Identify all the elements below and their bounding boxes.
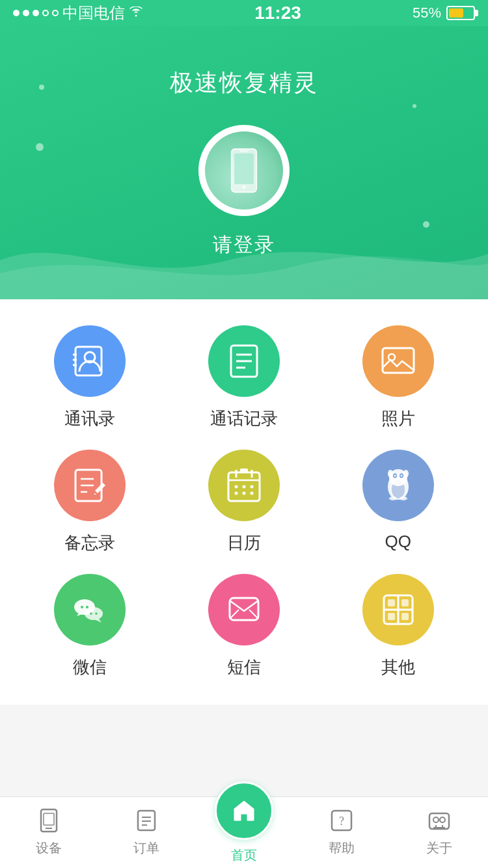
svg-line-49 xyxy=(249,610,258,619)
notes-svg xyxy=(70,466,109,505)
wechat-svg xyxy=(70,590,109,629)
tab-item-orders[interactable]: 订单 xyxy=(98,808,195,857)
bottom-spacer xyxy=(0,705,488,744)
svg-rect-13 xyxy=(383,348,414,373)
tab-item-about[interactable]: 关于 xyxy=(390,808,488,857)
svg-point-46 xyxy=(96,612,98,615)
grid-item-other[interactable]: 其他 xyxy=(327,574,468,679)
time-display: 11:23 xyxy=(254,3,301,23)
battery-fill xyxy=(449,8,463,18)
notes-icon xyxy=(54,450,126,521)
svg-point-67 xyxy=(433,817,439,822)
features-grid: 通讯录 通话记录 照片 xyxy=(20,325,468,679)
svg-point-26 xyxy=(234,492,237,495)
battery-icon xyxy=(446,6,475,20)
home-tab-label: 首页 xyxy=(231,847,257,864)
svg-text:?: ? xyxy=(339,815,344,828)
device-tab-label: 设备 xyxy=(36,839,62,857)
svg-point-39 xyxy=(389,496,397,500)
calls-label: 通话记录 xyxy=(210,407,278,430)
tab-bar: 设备 订单 首页 ? 帮助 xyxy=(0,796,488,868)
contacts-label: 通讯录 xyxy=(64,407,115,430)
grid-item-calls[interactable]: 通话记录 xyxy=(174,325,315,430)
grid-item-photos[interactable]: 照片 xyxy=(327,325,468,430)
grid-item-calendar[interactable]: 日历 xyxy=(174,450,315,554)
svg-rect-53 xyxy=(388,599,395,606)
help-tab-icon: ? xyxy=(329,808,354,835)
login-prompt[interactable]: 请登录 xyxy=(213,232,275,258)
hero-section: 极速恢复精灵 请登录 xyxy=(0,26,488,299)
dot1 xyxy=(13,10,20,16)
qq-svg xyxy=(379,466,418,505)
svg-rect-55 xyxy=(388,613,395,620)
svg-rect-56 xyxy=(401,613,409,620)
wechat-icon xyxy=(54,574,126,645)
svg-rect-29 xyxy=(240,468,248,472)
phone-icon-container xyxy=(205,131,283,210)
qq-icon xyxy=(362,450,434,521)
calls-icon xyxy=(208,325,280,397)
home-svg-icon xyxy=(229,796,259,826)
calendar-icon xyxy=(208,450,280,521)
battery-percent: 55% xyxy=(413,5,441,21)
orders-tab-label: 订单 xyxy=(133,839,159,857)
tab-item-device[interactable]: 设备 xyxy=(0,808,98,857)
contacts-icon xyxy=(54,325,126,397)
orders-tab-icon xyxy=(134,808,159,835)
about-tab-icon xyxy=(427,808,452,835)
phone-svg-icon xyxy=(224,148,264,193)
app-title: 极速恢复精灵 xyxy=(170,67,318,99)
svg-point-24 xyxy=(242,485,245,489)
status-right: 55% xyxy=(413,5,475,21)
grid-item-wechat[interactable]: 微信 xyxy=(20,574,161,679)
calendar-label: 日历 xyxy=(227,532,261,554)
wechat-label: 微信 xyxy=(73,656,107,679)
user-avatar[interactable] xyxy=(198,125,290,216)
tab-item-home[interactable]: 首页 xyxy=(195,801,293,864)
dot4 xyxy=(42,10,49,16)
grid-item-sms[interactable]: 短信 xyxy=(174,574,315,679)
svg-point-23 xyxy=(234,485,237,489)
grid-item-qq[interactable]: QQ xyxy=(327,450,468,554)
svg-rect-2 xyxy=(239,150,249,152)
signal-dots xyxy=(13,10,59,16)
dot2 xyxy=(23,10,29,16)
status-left: 中国电信 xyxy=(13,3,143,23)
svg-rect-47 xyxy=(230,598,258,620)
dot3 xyxy=(33,10,39,16)
other-svg xyxy=(379,590,418,629)
dot5 xyxy=(52,10,59,16)
grid-item-notes[interactable]: 备忘录 xyxy=(20,450,161,554)
svg-point-42 xyxy=(85,607,103,620)
help-tab-label: 帮助 xyxy=(329,839,355,857)
qq-label: QQ xyxy=(385,532,411,552)
deco-dot-2 xyxy=(36,143,44,151)
features-grid-section: 通讯录 通话记录 照片 xyxy=(0,299,488,705)
svg-point-27 xyxy=(242,492,245,495)
other-label: 其他 xyxy=(381,656,415,679)
wifi-icon xyxy=(129,7,143,20)
grid-item-contacts[interactable]: 通讯录 xyxy=(20,325,161,430)
svg-point-44 xyxy=(86,606,88,608)
sms-label: 短信 xyxy=(227,656,261,679)
sms-svg xyxy=(224,590,264,629)
calls-svg xyxy=(224,342,264,381)
svg-rect-59 xyxy=(44,813,54,825)
svg-point-35 xyxy=(394,475,396,477)
svg-rect-1 xyxy=(234,154,254,184)
svg-point-37 xyxy=(388,470,393,478)
photos-icon xyxy=(362,325,434,397)
about-tab-label: 关于 xyxy=(426,839,452,857)
tab-item-help[interactable]: ? 帮助 xyxy=(293,808,390,857)
svg-point-3 xyxy=(242,185,245,189)
svg-line-48 xyxy=(230,610,239,619)
svg-point-68 xyxy=(440,817,445,822)
svg-rect-54 xyxy=(401,599,409,606)
notes-label: 备忘录 xyxy=(64,532,115,554)
svg-point-40 xyxy=(400,496,407,500)
status-bar: 中国电信 11:23 55% xyxy=(0,0,488,26)
contacts-svg xyxy=(70,342,109,381)
photos-label: 照片 xyxy=(381,407,415,430)
photos-svg xyxy=(379,342,418,381)
svg-point-45 xyxy=(90,612,93,615)
